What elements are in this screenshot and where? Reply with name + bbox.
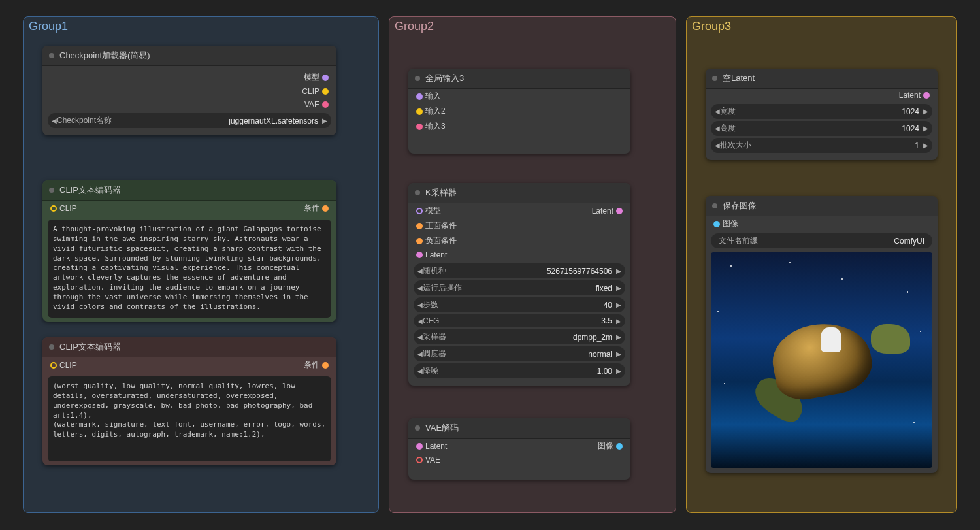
node-title: 空Latent	[723, 73, 755, 84]
out-cond: 条件	[304, 359, 319, 371]
group3-title: Group3	[692, 20, 731, 33]
socket-model[interactable]	[322, 75, 329, 81]
node-clip-encode-positive[interactable]: CLIP文本编码器 CLIP 条件 A thought-provoking il…	[42, 180, 336, 322]
out-clip: CLIP	[302, 87, 319, 96]
socket-image-in[interactable]	[713, 221, 720, 227]
socket-in1[interactable]	[416, 93, 423, 100]
node-title: CLIP文本编码器	[59, 341, 121, 353]
node-empty-latent[interactable]: 空Latent Latent ◀宽度1024▶ ◀高度1024▶ ◀批次大小1▶	[706, 69, 938, 160]
in-clip: CLIP	[59, 204, 77, 213]
seed-widget[interactable]: ◀随机种526715697764506▶	[414, 263, 625, 278]
socket-cond-out[interactable]	[322, 362, 329, 369]
socket-latent-in[interactable]	[416, 443, 423, 450]
node-ksampler[interactable]: K采样器 模型 Latent 正面条件 负面条件 Latent ◀随机种5267…	[408, 183, 630, 386]
scheduler-widget[interactable]: ◀调度器normal▶	[414, 346, 625, 361]
socket-neg-in[interactable]	[416, 238, 423, 244]
batch-widget[interactable]: ◀批次大小1▶	[711, 138, 932, 153]
out-model: 模型	[304, 72, 319, 83]
node-vae-decode[interactable]: VAE解码 Latent 图像 VAE	[408, 418, 630, 480]
node-title: K采样器	[425, 187, 457, 199]
filename-prefix-widget[interactable]: 文件名前缀ComfyUI	[711, 233, 932, 248]
in-clip: CLIP	[59, 361, 77, 370]
socket-vae[interactable]	[322, 101, 329, 108]
socket-cond-out[interactable]	[322, 205, 329, 212]
socket-pos-in[interactable]	[416, 223, 423, 229]
group1-title: Group1	[29, 20, 68, 33]
node-title: 保存图像	[723, 200, 757, 212]
node-title: Checkpoint加载器(简易)	[59, 50, 150, 61]
socket-latent-out[interactable]	[923, 92, 930, 99]
out-cond: 条件	[304, 203, 319, 214]
steps-widget[interactable]: ◀步数40▶	[414, 297, 625, 312]
chevron-right-icon[interactable]: ▶	[322, 117, 327, 124]
width-widget[interactable]: ◀宽度1024▶	[711, 104, 932, 119]
denoise-widget[interactable]: ◀降噪1.00▶	[414, 363, 625, 378]
cfg-widget[interactable]: ◀CFG3.5▶	[414, 314, 625, 327]
socket-model-in[interactable]	[416, 208, 423, 214]
socket-vae-in[interactable]	[416, 457, 423, 463]
socket-clip[interactable]	[322, 88, 329, 95]
positive-prompt-text[interactable]: A thought-provoking illustration of a gi…	[48, 220, 331, 318]
node-title: CLIP文本编码器	[59, 184, 121, 196]
socket-clip-in[interactable]	[50, 205, 57, 212]
node-save-image[interactable]: 保存图像 图像 文件名前缀ComfyUI	[706, 196, 938, 473]
node-clip-encode-negative[interactable]: CLIP文本编码器 CLIP 条件 (worst quality, low qu…	[42, 337, 336, 465]
out-vae: VAE	[304, 100, 319, 109]
height-widget[interactable]: ◀高度1024▶	[711, 121, 932, 136]
socket-latent-out[interactable]	[616, 208, 623, 214]
sampler-widget[interactable]: ◀采样器dpmpp_2m▶	[414, 329, 625, 344]
socket-clip-in[interactable]	[50, 362, 57, 369]
socket-latent-in[interactable]	[416, 252, 423, 258]
output-image-preview	[711, 252, 932, 468]
node-checkpoint-loader[interactable]: Checkpoint加载器(简易) 模型 CLIP VAE ◀ Checkpoi…	[42, 46, 336, 135]
node-title: VAE解码	[425, 422, 459, 434]
socket-image-out[interactable]	[616, 443, 623, 450]
group2-title: Group2	[395, 20, 434, 33]
after-widget[interactable]: ◀运行后操作fixed▶	[414, 280, 625, 295]
socket-in2[interactable]	[416, 108, 423, 115]
chevron-left-icon[interactable]: ◀	[52, 117, 57, 124]
socket-in3[interactable]	[416, 124, 423, 130]
checkpoint-name-widget[interactable]: ◀ Checkpoint名称 juggernautXL.safetensors …	[48, 113, 331, 128]
node-global-inputs[interactable]: 全局输入3 输入 输入2 输入3	[408, 69, 630, 154]
negative-prompt-text[interactable]: (worst quality, low quality, normal qual…	[48, 376, 331, 461]
node-title: 全局输入3	[425, 73, 464, 84]
